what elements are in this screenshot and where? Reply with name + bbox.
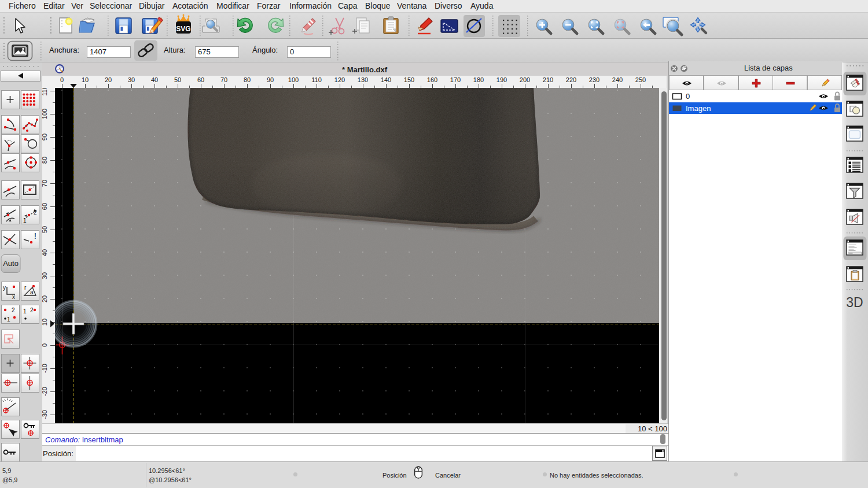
svg-text:a: a: [30, 289, 34, 295]
svg-text:80: 80: [42, 157, 48, 164]
svg-text:2: 2: [34, 209, 37, 216]
svg-text:90: 90: [42, 134, 48, 141]
svg-text:40: 40: [42, 249, 48, 256]
svg-text:110: 110: [311, 76, 322, 83]
svg-text:100: 100: [288, 76, 299, 83]
svg-text:150: 150: [404, 76, 414, 83]
svg-text:50: 50: [42, 226, 48, 233]
svg-text:-10: -10: [42, 364, 48, 373]
svg-text:y: y: [3, 284, 6, 291]
svg-text:Auto: Auto: [3, 259, 19, 268]
svg-text:20: 20: [42, 295, 48, 302]
svg-text:180: 180: [473, 76, 484, 83]
svg-text:120: 120: [334, 76, 345, 83]
svg-text:1: 1: [7, 316, 10, 323]
svg-text:140: 140: [381, 76, 391, 83]
svg-text:250: 250: [635, 76, 646, 83]
svg-text:70: 70: [220, 76, 227, 83]
svg-text:SVG: SVG: [176, 25, 190, 33]
svg-text:-20: -20: [42, 387, 48, 396]
svg-text:0: 0: [42, 343, 48, 347]
svg-text:190: 190: [496, 76, 507, 83]
svg-text:70: 70: [42, 180, 48, 187]
svg-text:3D: 3D: [846, 295, 863, 310]
svg-text:2: 2: [30, 307, 34, 313]
svg-text:160: 160: [427, 76, 437, 83]
svg-text:30: 30: [128, 76, 135, 83]
svg-text:230: 230: [589, 76, 599, 83]
svg-text:50: 50: [174, 76, 181, 83]
svg-text:110: 110: [42, 88, 48, 96]
svg-text:80: 80: [244, 76, 251, 83]
svg-text:170: 170: [450, 76, 461, 83]
svg-text:240: 240: [612, 76, 623, 83]
svg-text:-30: -30: [42, 410, 48, 419]
svg-text:1: 1: [23, 308, 27, 315]
svg-text:20: 20: [105, 76, 112, 83]
svg-text:100: 100: [42, 109, 48, 119]
svg-text:0: 0: [60, 76, 64, 83]
svg-text:10: 10: [82, 76, 89, 83]
svg-text:x: x: [12, 294, 15, 300]
svg-text:60: 60: [42, 203, 48, 210]
svg-text:60: 60: [197, 76, 204, 83]
svg-text:2: 2: [12, 307, 15, 313]
svg-text:10: 10: [42, 319, 48, 326]
svg-text:210: 210: [543, 76, 553, 83]
svg-text:220: 220: [566, 76, 576, 83]
svg-text:90: 90: [267, 76, 274, 83]
svg-text:130: 130: [358, 76, 368, 83]
svg-text:1: 1: [23, 217, 27, 224]
svg-text:200: 200: [520, 76, 530, 83]
svg-text:!: !: [34, 231, 36, 241]
svg-text:40: 40: [151, 76, 158, 83]
svg-text:30: 30: [42, 272, 48, 279]
